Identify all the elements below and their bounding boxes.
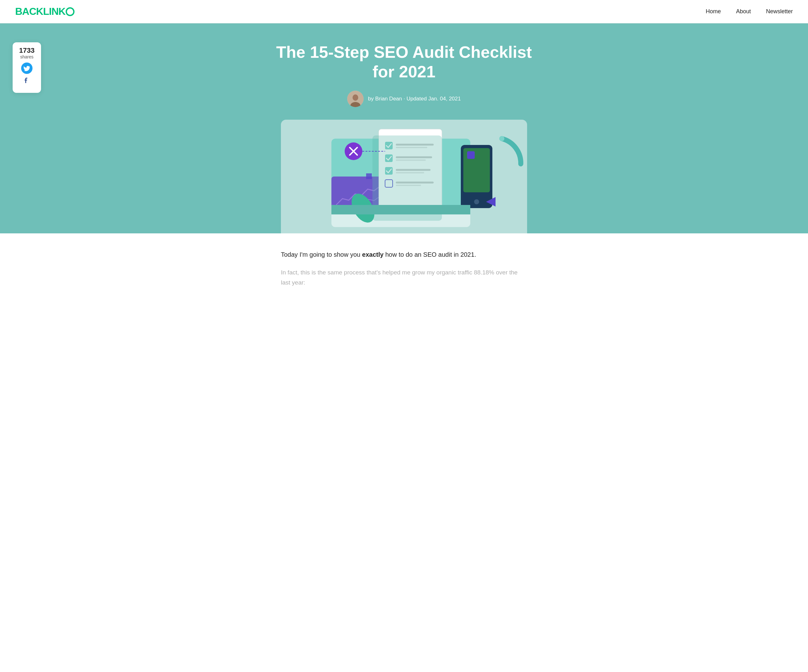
nav-about-link[interactable]: About xyxy=(736,8,751,15)
facebook-share-button[interactable] xyxy=(18,77,35,86)
share-count: 1733 xyxy=(18,47,35,54)
share-label: shares xyxy=(18,54,35,59)
twitter-share-button[interactable] xyxy=(18,62,35,74)
nav-links: Home About Newsletter xyxy=(706,8,793,15)
navbar: BACKLINK Home About Newsletter xyxy=(0,0,808,23)
svg-point-30 xyxy=(499,136,504,141)
svg-point-29 xyxy=(474,199,479,204)
secondary-paragraph: In fact, this is the same process that's… xyxy=(281,267,527,288)
svg-rect-35 xyxy=(331,205,470,214)
author-info: by Brian Dean · Updated Jan. 04, 2021 xyxy=(275,90,533,107)
hero-illustration xyxy=(281,120,527,233)
author-avatar xyxy=(347,90,364,107)
hero-inner: The 15-Step SEO Audit Checklist for 2021… xyxy=(262,42,546,107)
share-widget: 1733 shares xyxy=(13,42,41,93)
logo-o-icon xyxy=(66,7,75,16)
intro-paragraph: Today I'm going to show you exactly how … xyxy=(281,249,527,260)
page-title: The 15-Step SEO Audit Checklist for 2021 xyxy=(275,42,533,82)
hero-image-container xyxy=(281,120,527,233)
hero-section: 1733 shares The 15-Step SEO Audit Checkl… xyxy=(0,23,808,233)
svg-rect-28 xyxy=(467,151,475,159)
author-text: by Brian Dean · Updated Jan. 04, 2021 xyxy=(368,96,461,102)
svg-rect-34 xyxy=(366,173,372,179)
nav-newsletter-link[interactable]: Newsletter xyxy=(766,8,793,15)
nav-home-link[interactable]: Home xyxy=(706,8,721,15)
article-content: Today I'm going to show you exactly how … xyxy=(268,233,540,301)
site-logo[interactable]: BACKLINK xyxy=(15,6,75,17)
svg-point-2 xyxy=(352,94,358,101)
intro-emphasis: exactly xyxy=(362,251,384,258)
